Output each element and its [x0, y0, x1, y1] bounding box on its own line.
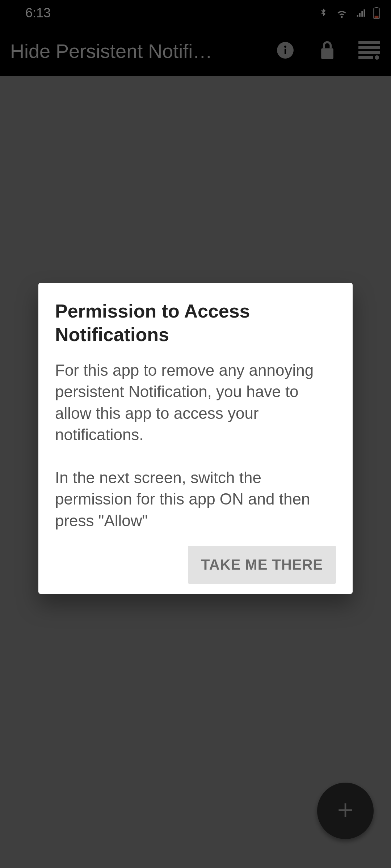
take-me-there-button[interactable]: TAKE ME THERE — [188, 546, 336, 584]
dialog-actions: TAKE ME THERE — [55, 546, 336, 584]
dialog-title: Permission to Access Notifications — [55, 299, 336, 346]
permission-dialog: Permission to Access Notifications For t… — [38, 283, 353, 594]
dialog-body: For this app to remove any annoying pers… — [55, 359, 336, 531]
